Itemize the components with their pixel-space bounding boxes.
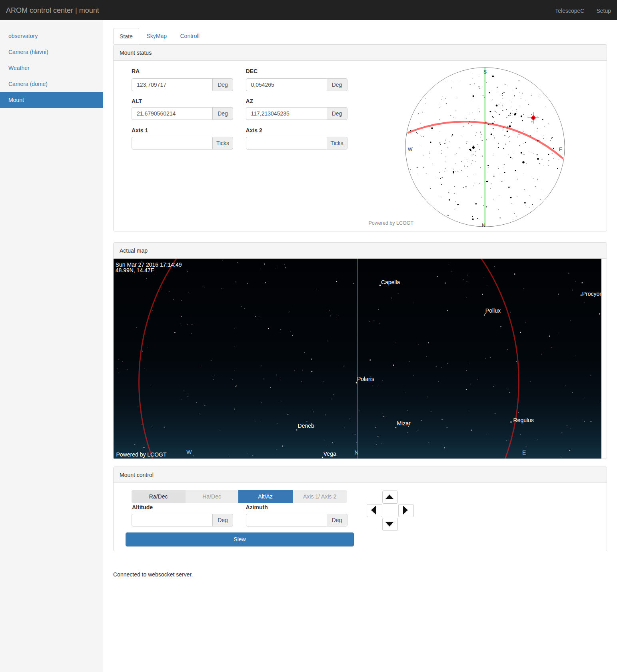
svg-text:Pollux: Pollux	[485, 307, 501, 314]
svg-text:48.99N, 14.47E: 48.99N, 14.47E	[116, 267, 154, 273]
svg-text:Mizar: Mizar	[397, 420, 411, 427]
svg-text:S: S	[483, 69, 487, 75]
svg-text:Vega: Vega	[323, 450, 336, 457]
svg-text:E: E	[522, 449, 526, 455]
svg-text:N: N	[355, 449, 359, 455]
svg-text:Polaris: Polaris	[357, 375, 374, 382]
svg-text:N: N	[482, 223, 485, 227]
svg-text:Procyon: Procyon	[582, 291, 601, 297]
svg-text:W: W	[408, 147, 413, 152]
svg-text:Capella: Capella	[381, 279, 400, 285]
svg-text:Powered by LCOGT: Powered by LCOGT	[116, 451, 167, 458]
svg-text:Deneb: Deneb	[298, 422, 314, 429]
svg-text:Regulus: Regulus	[513, 417, 534, 423]
svg-text:E: E	[559, 147, 562, 152]
svg-text:W: W	[186, 449, 192, 455]
